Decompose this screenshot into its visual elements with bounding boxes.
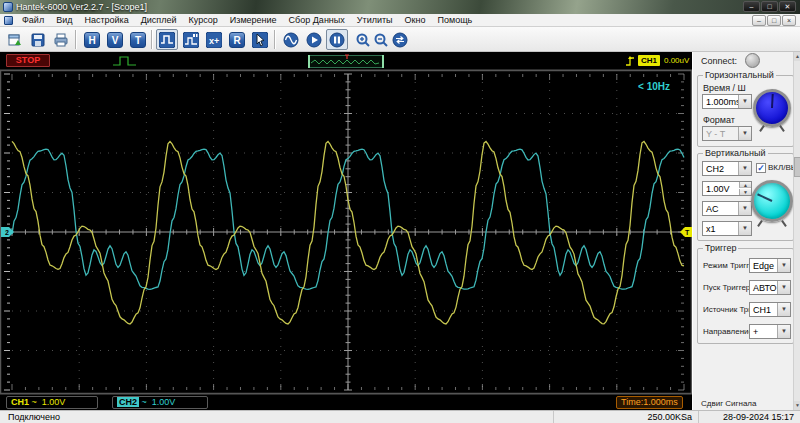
acquisition-status-bar: STOP CH1 0.00uV (0, 52, 692, 70)
time-div-select[interactable]: 1.000ms▼ (702, 94, 752, 109)
stepper-up-icon[interactable]: ▲ (739, 182, 751, 188)
math-function-button[interactable]: x+ (203, 29, 225, 50)
time-div-label: Время / Ш (703, 83, 746, 93)
channel-select[interactable]: CH2▼ (702, 161, 752, 176)
ch1-readout[interactable]: CH1 ~ 1.00V (6, 396, 98, 409)
mdi-close-button[interactable]: × (782, 15, 796, 26)
cursor-arrow-icon (252, 32, 268, 48)
open-file-icon (7, 32, 23, 48)
application-window: Hantek-6000 Ver2.2.7 - [Scope1] – □ ✕ Фа… (0, 0, 800, 423)
svg-text:2: 2 (5, 229, 9, 236)
volt-scale-stepper[interactable]: 1.00V ▲▼ (702, 181, 752, 196)
control-panel: Connect: Горизонтальный Время / Ш 1.000m… (692, 52, 800, 410)
coupling-select[interactable]: AC▼ (702, 201, 752, 216)
print-button[interactable] (50, 29, 72, 50)
trigger-slope-select[interactable]: +▼ (749, 324, 791, 339)
knob-pointer (757, 193, 772, 202)
menu-display[interactable]: Дисплей (135, 14, 183, 27)
panel-scrollbar[interactable]: ▲ ▼ (793, 52, 800, 410)
trigger-panel-button[interactable]: T (127, 29, 149, 50)
menu-cursor[interactable]: Курсор (183, 14, 224, 27)
chevron-down-icon: ▼ (738, 127, 751, 140)
close-button[interactable]: ✕ (779, 1, 796, 12)
horizontal-group: Горизонтальный Время / Ш 1.000ms▼ Формат… (697, 75, 794, 147)
menu-measure[interactable]: Измерение (224, 14, 283, 27)
reference-wave-button[interactable]: R (226, 29, 248, 50)
svg-text:T: T (685, 229, 690, 236)
stepper-down-icon[interactable]: ▼ (739, 189, 751, 195)
channel-enable-checkbox[interactable]: ✓ (756, 163, 766, 173)
scope-display[interactable]: < 10Hz2T (0, 70, 692, 394)
ch2-scale: 1.00V (152, 397, 176, 407)
minimize-button[interactable]: – (743, 1, 760, 12)
save-button[interactable] (27, 29, 49, 50)
ch2-coupling-icon: ~ (142, 397, 147, 407)
trigger-source-select[interactable]: CH1▼ (749, 302, 791, 317)
menu-window[interactable]: Окно (399, 14, 432, 27)
scroll-up-icon[interactable]: ▲ (794, 52, 800, 61)
zoom-out-icon (373, 32, 389, 48)
datetime-readout: 28-09-2024 15:17 (698, 411, 800, 423)
trigger-level-readout: 0.00uV (664, 55, 689, 66)
document-icon[interactable] (4, 16, 13, 25)
trigger-sweep-select[interactable]: АВТО▼ (749, 280, 791, 295)
ch1-coupling-icon: ~ (32, 397, 37, 407)
vertical-panel-button[interactable]: V (104, 29, 126, 50)
open-file-button[interactable] (4, 29, 26, 50)
knob-pointer (771, 94, 774, 108)
signal-shift-label: Сдвиг Сигнала (701, 399, 756, 408)
timebase-readout: Time:1.000ms (616, 396, 683, 409)
trigger-icon: T (130, 32, 146, 48)
digital-channels-button[interactable] (180, 29, 202, 50)
connect-indicator[interactable] (745, 53, 760, 68)
horizontal-knob[interactable] (753, 89, 791, 127)
horizontal-panel-button[interactable]: H (81, 29, 103, 50)
chevron-down-icon: ▼ (777, 281, 790, 294)
maximize-button[interactable]: □ (761, 1, 778, 12)
trigger-sweep-label: Пуск Триггера (703, 283, 749, 292)
start-button[interactable] (303, 29, 325, 50)
connection-status: Подключено (8, 411, 60, 423)
menu-help[interactable]: Помощь (431, 14, 478, 27)
mdi-restore-button[interactable]: □ (767, 15, 781, 26)
toolbar: H V T x+ R (0, 27, 800, 52)
menu-utilities[interactable]: Утилиты (351, 14, 399, 27)
channel-status-bar: CH1 ~ 1.00V CH2 ~ 1.00V Time:1.000ms (0, 394, 692, 410)
cursor-measure-button[interactable] (249, 29, 271, 50)
pulse-indicator-icon (112, 54, 138, 68)
window-title: Hantek-6000 Ver2.2.7 - [Scope1] (16, 2, 147, 12)
app-icon (3, 2, 13, 12)
pause-button[interactable] (326, 29, 348, 50)
trigger-mode-select[interactable]: Edge▼ (749, 258, 791, 273)
trigger-edge-icon (624, 54, 636, 68)
scrollbar-thumb[interactable] (794, 157, 800, 177)
pulse-trigger-button[interactable] (156, 29, 178, 50)
format-select: Y - T▼ (702, 126, 752, 141)
menu-setup[interactable]: Настройка (78, 14, 134, 27)
probe-select[interactable]: x1▼ (702, 221, 752, 236)
ch2-label: CH2 (117, 397, 139, 407)
freq-counter-label: < 10Hz (638, 81, 670, 92)
vertical-knob[interactable] (751, 180, 793, 222)
menu-acquire[interactable]: Сбор Данных (283, 14, 351, 27)
trigger-group-title: Триггер (703, 243, 738, 253)
ch2-readout[interactable]: CH2 ~ 1.00V (112, 396, 208, 409)
status-bar: Подключено 250.00KSa 28-09-2024 15:17 (0, 410, 800, 423)
menu-file[interactable]: Файл (16, 14, 50, 27)
default-setup-button[interactable] (389, 29, 411, 50)
print-icon (53, 32, 69, 48)
toolbar-separator (151, 30, 153, 49)
chevron-down-icon: ▼ (777, 325, 790, 338)
title-bar: Hantek-6000 Ver2.2.7 - [Scope1] – □ ✕ (0, 0, 800, 14)
reference-icon: R (229, 32, 245, 48)
mdi-minimize-button[interactable]: – (752, 15, 766, 26)
trigger-source-label: Источник Триг (703, 305, 749, 314)
chevron-down-icon: ▼ (738, 162, 751, 175)
vertical-group-title: Вертикальный (703, 148, 768, 158)
menu-view[interactable]: Вид (50, 14, 78, 27)
stop-status-badge: STOP (6, 54, 50, 67)
waveform-preview[interactable] (308, 54, 384, 68)
scroll-down-icon[interactable]: ▼ (794, 401, 800, 410)
waveform-generator-button[interactable] (280, 29, 302, 50)
sine-generator-icon (283, 32, 299, 48)
